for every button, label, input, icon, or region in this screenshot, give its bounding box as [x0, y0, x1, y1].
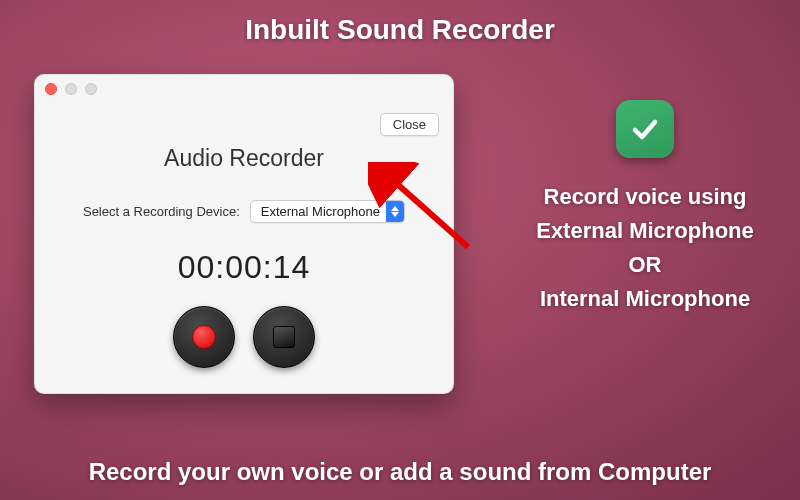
- record-button[interactable]: [173, 306, 235, 368]
- feature-block: Record voice using External Microphone O…: [510, 100, 780, 316]
- close-button[interactable]: Close: [380, 113, 439, 136]
- select-stepper-icon: [386, 201, 404, 222]
- window-titlebar: [35, 75, 453, 103]
- page-footline: Record your own voice or add a sound fro…: [0, 458, 800, 486]
- recording-timer: 00:00:14: [35, 249, 453, 286]
- window-title: Audio Recorder: [35, 145, 453, 172]
- audio-recorder-window: Close Audio Recorder Select a Recording …: [34, 74, 454, 394]
- record-icon: [192, 325, 216, 349]
- stop-button[interactable]: [253, 306, 315, 368]
- page-headline: Inbuilt Sound Recorder: [0, 14, 800, 46]
- device-select-value: External Microphone: [261, 204, 386, 219]
- feature-line: Internal Microphone: [510, 282, 780, 316]
- device-row: Select a Recording Device: External Micr…: [35, 200, 453, 223]
- device-label: Select a Recording Device:: [83, 204, 240, 219]
- device-select[interactable]: External Microphone: [250, 200, 405, 223]
- checkmark-badge-icon: [616, 100, 674, 158]
- traffic-light-zoom-icon[interactable]: [85, 83, 97, 95]
- feature-line: Record voice using: [510, 180, 780, 214]
- traffic-light-minimize-icon[interactable]: [65, 83, 77, 95]
- feature-line: OR: [510, 248, 780, 282]
- feature-text: Record voice using External Microphone O…: [510, 180, 780, 316]
- traffic-light-close-icon[interactable]: [45, 83, 57, 95]
- transport-controls: [35, 306, 453, 368]
- stop-icon: [273, 326, 295, 348]
- feature-line: External Microphone: [510, 214, 780, 248]
